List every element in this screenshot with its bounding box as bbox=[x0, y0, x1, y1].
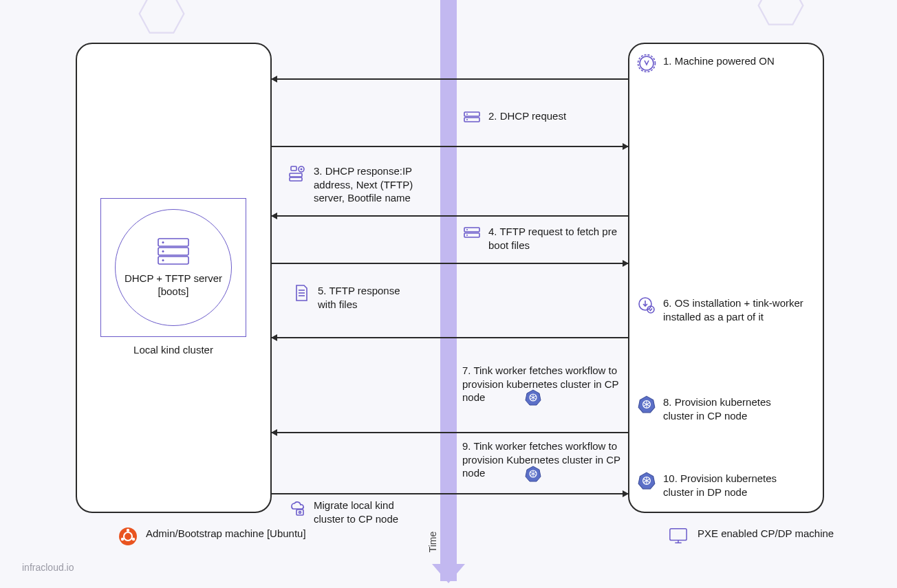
svg-point-13 bbox=[466, 119, 468, 120]
svg-point-8 bbox=[640, 56, 653, 70]
server-stack-icon bbox=[155, 237, 191, 266]
server-request-icon bbox=[462, 109, 482, 128]
pxe-machine-text: PXE enabled CP/DP machine bbox=[698, 527, 834, 541]
step-8: 8. Provision kubernetes cluster in CP no… bbox=[637, 395, 802, 422]
svg-rect-15 bbox=[290, 177, 302, 181]
pxe-machine-box bbox=[628, 43, 824, 513]
svg-point-52 bbox=[127, 529, 129, 532]
svg-point-17 bbox=[301, 168, 303, 171]
step-3: 3. DHCP response:IP address, Next (TFTP)… bbox=[288, 164, 439, 205]
svg-marker-0 bbox=[140, 0, 184, 33]
step-4-text: 4. TFTP request to fetch pre boot files bbox=[488, 224, 627, 252]
step-migrate: Migrate local kind cluster to CP node bbox=[288, 498, 418, 525]
cloud-migrate-icon bbox=[288, 498, 307, 517]
arrow-step5 bbox=[272, 337, 628, 338]
hexagon-decor bbox=[138, 0, 186, 34]
svg-marker-1 bbox=[759, 0, 803, 25]
svg-rect-55 bbox=[670, 529, 687, 541]
kubernetes-icon bbox=[524, 389, 542, 409]
kind-cluster-box: DHCP + TFTP server [boots] bbox=[100, 198, 246, 337]
step-1: 1. Machine powered ON bbox=[637, 54, 775, 73]
step-2-text: 2. DHCP request bbox=[488, 109, 566, 123]
step-1-text: 1. Machine powered ON bbox=[663, 54, 775, 68]
diagram-container: Time DHCP + TFTP server [boots] Local ki… bbox=[0, 0, 897, 588]
svg-point-12 bbox=[466, 113, 468, 115]
server-circle: DHCP + TFTP server [boots] bbox=[115, 209, 232, 326]
server-gear-icon bbox=[288, 164, 307, 183]
step-10-text: 10. Provision kubernetes cluster in DP n… bbox=[663, 471, 802, 499]
arrow-step2-forward bbox=[272, 146, 628, 147]
step-7: 7. Tink worker fetches workflow to provi… bbox=[462, 363, 624, 404]
kubernetes-icon bbox=[637, 395, 656, 414]
pxe-machine-label: PXE enabled CP/DP machine bbox=[669, 527, 834, 546]
step-7-text: 7. Tink worker fetches workflow to provi… bbox=[462, 363, 624, 404]
time-label: Time bbox=[427, 532, 438, 553]
svg-point-9 bbox=[638, 55, 656, 72]
svg-point-53 bbox=[132, 538, 135, 541]
svg-point-5 bbox=[162, 241, 164, 243]
admin-machine-label: Admin/Bootstrap machine [Ubuntu] bbox=[118, 527, 306, 546]
step-6-text: 6. OS installation + tink-worker install… bbox=[663, 296, 816, 323]
step-9-text: 9. Tink worker fetches workflow to provi… bbox=[462, 439, 624, 480]
step-6: 6. OS installation + tink-worker install… bbox=[637, 296, 816, 323]
svg-rect-18 bbox=[291, 166, 296, 171]
svg-point-22 bbox=[466, 235, 468, 236]
kubernetes-icon bbox=[637, 471, 656, 490]
svg-rect-48 bbox=[296, 510, 303, 515]
server-label: DHCP + TFTP server [boots] bbox=[122, 272, 224, 298]
power-icon bbox=[637, 54, 656, 73]
step-10: 10. Provision kubernetes cluster in DP n… bbox=[637, 471, 802, 499]
step-9: 9. Tink worker fetches workflow to provi… bbox=[462, 439, 624, 480]
svg-point-6 bbox=[162, 250, 164, 252]
ubuntu-icon bbox=[118, 527, 138, 546]
arrow-step1 bbox=[272, 78, 628, 80]
arrow-step4 bbox=[272, 263, 628, 264]
step-5-text: 5. TFTP response with files bbox=[318, 283, 415, 311]
monitor-icon bbox=[669, 527, 688, 546]
admin-machine-text: Admin/Bootstrap machine [Ubuntu] bbox=[146, 527, 306, 541]
arrow-step7 bbox=[272, 432, 628, 433]
svg-point-7 bbox=[162, 259, 164, 261]
kubernetes-icon bbox=[524, 465, 542, 486]
step-migrate-text: Migrate local kind cluster to CP node bbox=[314, 498, 418, 525]
hexagon-decor bbox=[757, 0, 805, 26]
step-5: 5. TFTP response with files bbox=[292, 283, 415, 311]
step-2: 2. DHCP request bbox=[462, 109, 566, 128]
timeline-arrowhead bbox=[432, 564, 465, 583]
step-8-text: 8. Provision kubernetes cluster in CP no… bbox=[663, 395, 802, 422]
kind-cluster-label: Local kind cluster bbox=[100, 344, 246, 356]
svg-point-49 bbox=[299, 512, 301, 514]
arrow-step3 bbox=[272, 215, 628, 217]
watermark: infracloud.io bbox=[22, 562, 74, 573]
svg-point-54 bbox=[121, 538, 124, 541]
step-4: 4. TFTP request to fetch pre boot files bbox=[462, 224, 627, 252]
svg-point-21 bbox=[466, 229, 468, 230]
step-3-text: 3. DHCP response:IP address, Next (TFTP)… bbox=[314, 164, 439, 205]
server-request-icon bbox=[462, 224, 482, 243]
arrow-step9 bbox=[272, 493, 628, 494]
download-check-icon bbox=[637, 296, 656, 315]
svg-rect-14 bbox=[290, 173, 302, 177]
file-icon bbox=[292, 283, 311, 303]
